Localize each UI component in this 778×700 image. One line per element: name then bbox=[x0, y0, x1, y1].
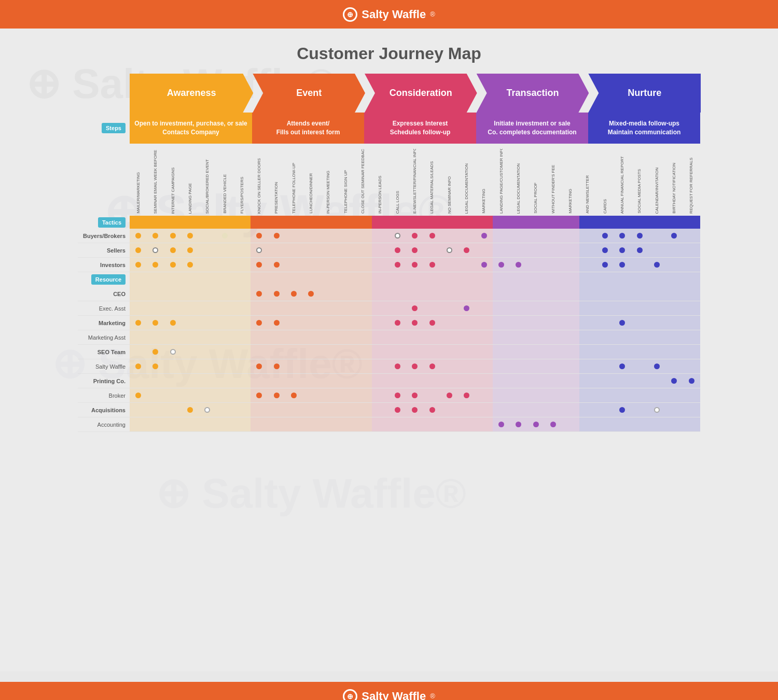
data-cell-10 bbox=[302, 243, 319, 257]
data-cell-8 bbox=[268, 345, 285, 359]
data-cell-17 bbox=[424, 374, 441, 388]
steps-label-cell: Steps bbox=[78, 113, 130, 144]
data-cell-6 bbox=[233, 359, 251, 373]
data-cell-31 bbox=[665, 301, 683, 315]
data-cell-23 bbox=[527, 403, 545, 417]
data-cell-18 bbox=[441, 359, 458, 373]
data-cell-24 bbox=[545, 403, 562, 417]
data-cell-20 bbox=[476, 417, 493, 431]
data-cell-7 bbox=[251, 229, 268, 243]
tactic-label-4: SOCIAL/BROKERED EVENT bbox=[205, 159, 210, 214]
data-cell-23 bbox=[527, 374, 545, 388]
data-cell-30 bbox=[648, 287, 665, 301]
data-row: Acquisitions bbox=[78, 403, 700, 417]
tactic-col-20: MARKETING bbox=[476, 149, 493, 216]
tactics-section: MAILER/MARKETINGSEMINAR EMAIL WEEK BEFOR… bbox=[78, 146, 700, 432]
data-cell-27 bbox=[596, 417, 614, 431]
data-cell-4 bbox=[199, 316, 216, 330]
data-cell-32 bbox=[683, 359, 700, 373]
tactics-bar-cell-19 bbox=[458, 216, 475, 229]
data-cell-12 bbox=[337, 287, 354, 301]
dot bbox=[412, 363, 418, 369]
phase-event: Event bbox=[253, 74, 365, 113]
tactic-label-19: LEGAL DOCUMENTATION bbox=[464, 163, 469, 214]
data-cell-0 bbox=[130, 359, 147, 373]
data-cell-17 bbox=[424, 258, 441, 272]
data-cell-4 bbox=[199, 301, 216, 315]
data-cell-10 bbox=[302, 258, 319, 272]
tactics-bar-cell-10 bbox=[302, 216, 319, 229]
data-cell-14 bbox=[372, 287, 389, 301]
data-cell-8 bbox=[268, 316, 285, 330]
data-cell-2 bbox=[164, 374, 182, 388]
data-cell-13 bbox=[354, 229, 371, 243]
data-cell-6 bbox=[233, 388, 251, 402]
data-cell-5 bbox=[216, 359, 233, 373]
dot bbox=[429, 407, 435, 413]
data-cell-15 bbox=[389, 301, 406, 315]
data-cell-23 bbox=[527, 287, 545, 301]
tactic-label-7: KNOCK ON SELLER DOORS bbox=[257, 158, 262, 214]
data-cell-16 bbox=[406, 374, 423, 388]
data-cell-13 bbox=[354, 243, 371, 257]
row-cells bbox=[130, 243, 700, 257]
data-cell-7 bbox=[251, 359, 268, 373]
data-cell-20 bbox=[476, 359, 493, 373]
data-cell-3 bbox=[182, 359, 199, 373]
data-cell-21 bbox=[493, 388, 510, 402]
data-cell-12 bbox=[337, 258, 354, 272]
data-cell-22 bbox=[510, 301, 527, 315]
data-cell-11 bbox=[320, 287, 337, 301]
data-cell-20 bbox=[476, 316, 493, 330]
data-cell-30 bbox=[648, 301, 665, 315]
tactic-col-7: KNOCK ON SELLER DOORS bbox=[251, 149, 268, 216]
data-cell-22 bbox=[510, 330, 527, 344]
data-cell-17 bbox=[424, 243, 441, 257]
dot bbox=[395, 233, 400, 239]
data-cell-3 bbox=[182, 287, 199, 301]
dot bbox=[135, 320, 141, 326]
data-cell-31 bbox=[665, 403, 683, 417]
dot bbox=[135, 393, 141, 398]
data-cell-13 bbox=[354, 301, 371, 315]
data-cell-3 bbox=[182, 417, 199, 431]
row-cells bbox=[130, 345, 700, 359]
data-cell-18 bbox=[441, 287, 458, 301]
data-cell-4 bbox=[199, 258, 216, 272]
row-label: Printing Co. bbox=[78, 378, 130, 384]
data-cell-22 bbox=[510, 388, 527, 402]
tactic-col-29: SOCIAL MEDIA POSTS bbox=[631, 149, 648, 216]
data-cell-16 bbox=[406, 229, 423, 243]
data-cell-29 bbox=[631, 388, 648, 402]
data-cell-28 bbox=[614, 301, 631, 315]
data-cell-22 bbox=[510, 316, 527, 330]
data-cell-22 bbox=[510, 359, 527, 373]
data-cell-20 bbox=[476, 330, 493, 344]
data-cell-30 bbox=[648, 258, 665, 272]
data-cell-22 bbox=[510, 417, 527, 431]
dot bbox=[274, 262, 280, 268]
row-label: Accounting bbox=[78, 422, 130, 428]
resource-badge: Resource bbox=[91, 274, 126, 285]
tactic-col-10: LUNCHEON/DINNER bbox=[302, 149, 319, 216]
data-cell-23 bbox=[527, 316, 545, 330]
data-cell-1 bbox=[147, 258, 164, 272]
dot bbox=[152, 247, 158, 253]
data-cell-31 bbox=[665, 258, 683, 272]
data-cell-21 bbox=[493, 345, 510, 359]
data-cell-32 bbox=[683, 301, 700, 315]
data-cell-9 bbox=[285, 359, 302, 373]
data-cell-2 bbox=[164, 359, 182, 373]
data-cell-11 bbox=[320, 403, 337, 417]
data-cell-29 bbox=[631, 316, 648, 330]
dot bbox=[671, 233, 677, 239]
row-label: Buyers/Brokers bbox=[78, 233, 130, 239]
dot bbox=[637, 247, 643, 253]
data-cell-27 bbox=[596, 359, 614, 373]
data-cell-4 bbox=[199, 345, 216, 359]
data-cell-19 bbox=[458, 287, 475, 301]
data-cell-14 bbox=[372, 345, 389, 359]
data-cell-22 bbox=[510, 403, 527, 417]
row-cells bbox=[130, 287, 700, 301]
data-cell-27 bbox=[596, 258, 614, 272]
